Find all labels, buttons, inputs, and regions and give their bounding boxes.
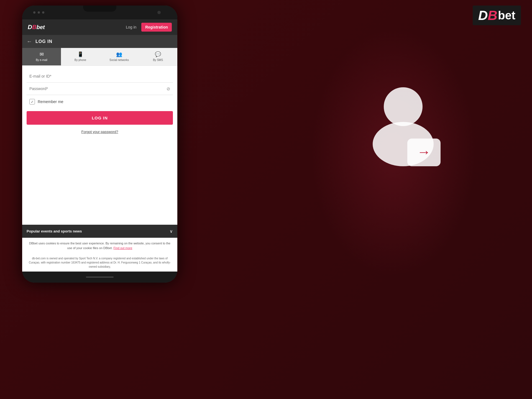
user-login-icon: → [360, 83, 449, 172]
svg-text:→: → [417, 144, 431, 160]
login-form-area: ⊘ ✓ Remember me LOG IN Forgot your passw… [22, 66, 177, 225]
sms-icon: 💬 [155, 51, 161, 57]
top-right-logo: DB bet [473, 6, 521, 25]
home-indicator [86, 277, 114, 278]
find-out-more-link[interactable]: Find out more [114, 246, 132, 250]
email-input[interactable] [27, 70, 173, 82]
tab-by-email[interactable]: ✉ By e-mail [22, 48, 61, 65]
app-header: DBbet Log in Registration [22, 19, 177, 35]
tab-social-label: Social networks [109, 58, 129, 62]
phone-bottom-bar [22, 272, 177, 283]
login-icon-decoration: → [360, 83, 449, 173]
password-field-wrapper: ⊘ [27, 83, 173, 95]
tab-social-networks[interactable]: 👥 Social networks [100, 48, 139, 65]
email-field-wrapper [27, 70, 173, 83]
chevron-down-icon[interactable]: ∨ [170, 229, 173, 234]
email-icon: ✉ [40, 51, 44, 57]
logo-top-right: DB [478, 8, 497, 23]
tab-by-phone[interactable]: 📱 By phone [61, 48, 100, 65]
popular-events-section[interactable]: Popular events and sports news ∨ [22, 225, 177, 238]
phone-screen: DBbet Log in Registration ← LOG IN ✉ By … [22, 19, 177, 272]
phone-notch [83, 6, 116, 12]
tab-phone-label: By phone [75, 58, 86, 62]
social-icon: 👥 [116, 51, 122, 57]
cookie-notice: DBbet uses cookies to ensure the best us… [22, 238, 177, 254]
header-buttons: Log in Registration [123, 23, 172, 32]
tab-sms-label: By SMS [153, 58, 163, 62]
phone-camera [157, 11, 161, 14]
phone-icon: 📱 [77, 51, 83, 57]
popular-events-label: Popular events and sports news [27, 229, 82, 233]
login-tabs: ✉ By e-mail 📱 By phone 👥 Social networks… [22, 48, 177, 66]
page-header: ← LOG IN [22, 35, 177, 48]
footer-legal-text: db-bet.com is owned and operated by Spor… [27, 256, 173, 269]
header-registration-button[interactable]: Registration [141, 23, 172, 32]
tab-by-sms[interactable]: 💬 By SMS [139, 48, 177, 65]
password-input[interactable] [27, 83, 173, 95]
forgot-password-link[interactable]: Forgot your password? [27, 127, 173, 136]
header-login-button[interactable]: Log in [123, 23, 139, 31]
login-submit-button[interactable]: LOG IN [27, 111, 173, 125]
svg-point-0 [384, 87, 423, 126]
phone-mockup: DBbet Log in Registration ← LOG IN ✉ By … [22, 6, 177, 283]
remember-me-checkbox[interactable]: ✓ [29, 99, 35, 104]
tab-email-label: By e-mail [36, 58, 47, 62]
cookie-text: DBbet uses cookies to ensure the best us… [27, 241, 173, 250]
phone-status-dots [33, 11, 44, 14]
app-logo: DBbet [28, 24, 45, 31]
toggle-password-icon[interactable]: ⊘ [167, 86, 170, 91]
back-arrow-icon[interactable]: ← [27, 38, 32, 45]
checkmark-icon: ✓ [31, 100, 34, 104]
page-title: LOG IN [35, 39, 52, 44]
phone-top-bar [22, 6, 177, 19]
footer-legal: db-bet.com is owned and operated by Spor… [22, 254, 177, 272]
remember-me-row: ✓ Remember me [27, 95, 173, 108]
remember-me-label: Remember me [38, 99, 63, 104]
